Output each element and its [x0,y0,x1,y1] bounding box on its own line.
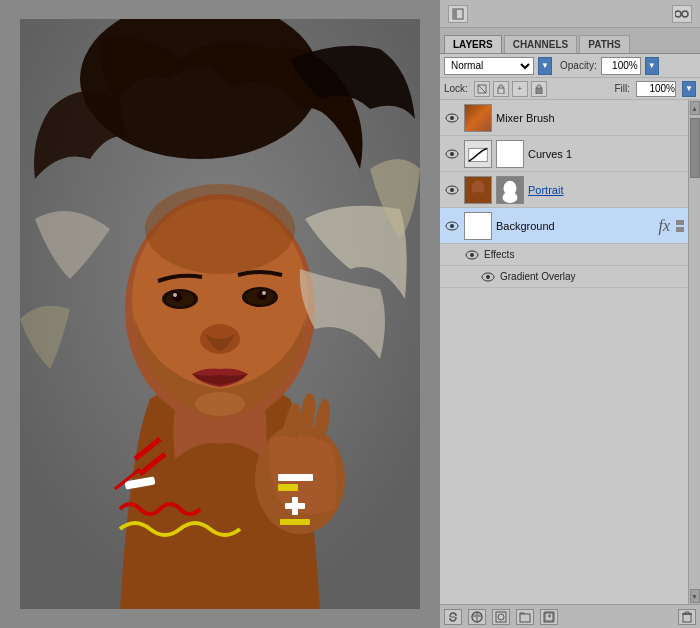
mixer-brush-thumb [464,104,492,132]
svg-rect-18 [278,484,298,491]
lock-position-btn[interactable]: + [512,81,528,97]
svg-point-33 [450,152,454,156]
svg-point-53 [486,275,490,279]
opacity-label: Opacity: [560,60,597,71]
scroll-thumb[interactable] [690,118,700,178]
fill-dropdown-arrow[interactable]: ▼ [682,81,696,97]
svg-point-46 [503,191,518,202]
eye-icon-background[interactable] [444,218,460,234]
blend-mode-select[interactable]: Normal Multiply Screen Overlay [444,57,534,75]
svg-rect-29 [536,88,542,94]
new-group-btn[interactable] [516,609,534,625]
portrait-mask-thumb [496,176,524,204]
lock-label: Lock: [444,83,468,94]
svg-rect-59 [520,614,530,622]
layer-name-background: Background [496,220,654,232]
svg-point-58 [498,614,504,620]
panel-icon-right[interactable] [672,5,692,23]
svg-point-25 [682,11,688,17]
blend-dropdown-arrow[interactable]: ▼ [538,57,552,75]
svg-rect-23 [453,9,457,19]
eye-icon-curves[interactable] [444,146,460,162]
lock-row: Lock: + [440,78,700,100]
top-icons-bar [440,0,700,28]
layer-name-curves: Curves 1 [528,148,684,160]
svg-rect-49 [465,213,492,240]
lock-transparency-btn[interactable] [474,81,490,97]
svg-point-14 [195,392,245,416]
curves-mask-thumb [496,140,524,168]
svg-point-40 [450,188,454,192]
lock-all-btn[interactable] [531,81,547,97]
layer-row-curves[interactable]: Curves 1 [440,136,688,172]
delete-layer-btn[interactable] [678,609,696,625]
tab-layers[interactable]: LAYERS [444,35,502,53]
svg-rect-20 [285,503,305,509]
right-icon-group [672,5,692,23]
bottom-toolbar [440,604,700,628]
svg-rect-28 [498,88,504,94]
layer-row-background[interactable]: Background fx [440,208,688,244]
layer-row-portrait[interactable]: Portrait [440,172,688,208]
svg-point-4 [145,184,295,274]
eye-icon-gradient-overlay[interactable] [480,269,496,285]
svg-point-51 [470,253,474,257]
lock-pixels-btn[interactable] [493,81,509,97]
left-icon-group [448,5,468,23]
svg-point-43 [471,191,486,202]
link-layers-btn[interactable] [444,609,462,625]
add-layer-mask-btn[interactable] [492,609,510,625]
fill-label: Fill: [614,83,630,94]
layer-row-mixer-brush[interactable]: Mixer Brush [440,100,688,136]
opacity-input[interactable] [601,57,641,75]
new-fill-layer-btn[interactable] [468,609,486,625]
tabs-row: LAYERS CHANNELS PATHS [440,28,700,54]
eye-icon-portrait[interactable] [444,182,460,198]
painting-container [20,19,420,609]
layers-list: Mixer Brush [440,100,688,604]
layers-panel: Mixer Brush [440,100,700,604]
effects-row: Effects [440,244,688,266]
fill-input[interactable] [636,81,676,97]
gradient-overlay-row: Gradient Overlay [440,266,688,288]
svg-point-7 [172,292,182,302]
effects-label: Effects [484,249,514,260]
svg-rect-38 [497,141,523,167]
svg-point-24 [675,11,681,17]
lock-icons-group: + [474,81,547,97]
background-thumb [464,212,492,240]
svg-rect-17 [278,474,313,481]
new-layer-btn[interactable] [540,609,558,625]
svg-point-31 [450,116,454,120]
blend-mode-row: Normal Multiply Screen Overlay ▼ Opacity… [440,54,700,78]
svg-line-27 [478,85,486,93]
fx-badge-background: fx [658,217,670,235]
canvas-area [0,0,440,628]
svg-point-12 [262,291,266,295]
gradient-overlay-label: Gradient Overlay [500,271,576,282]
portrait-thumb [464,176,492,204]
eye-icon-mixer-brush[interactable] [444,110,460,126]
svg-point-11 [257,290,267,300]
svg-rect-64 [683,614,691,622]
layer-name-portrait: Portrait [528,184,684,196]
curves-thumb [464,140,492,168]
effects-indent: Effects [464,247,514,263]
layer-name-mixer-brush: Mixer Brush [496,112,684,124]
opacity-dropdown-arrow[interactable]: ▼ [645,57,659,75]
tab-paths[interactable]: PATHS [579,35,629,53]
panel-icon-left[interactable] [448,5,468,23]
svg-rect-21 [280,519,310,525]
right-panel: LAYERS CHANNELS PATHS Normal Multiply Sc… [440,0,700,628]
svg-point-8 [173,293,177,297]
tab-channels[interactable]: CHANNELS [504,35,578,53]
svg-point-48 [450,224,454,228]
eye-icon-effects[interactable] [464,247,480,263]
layers-scrollbar[interactable]: ▲ ▼ [688,100,700,604]
